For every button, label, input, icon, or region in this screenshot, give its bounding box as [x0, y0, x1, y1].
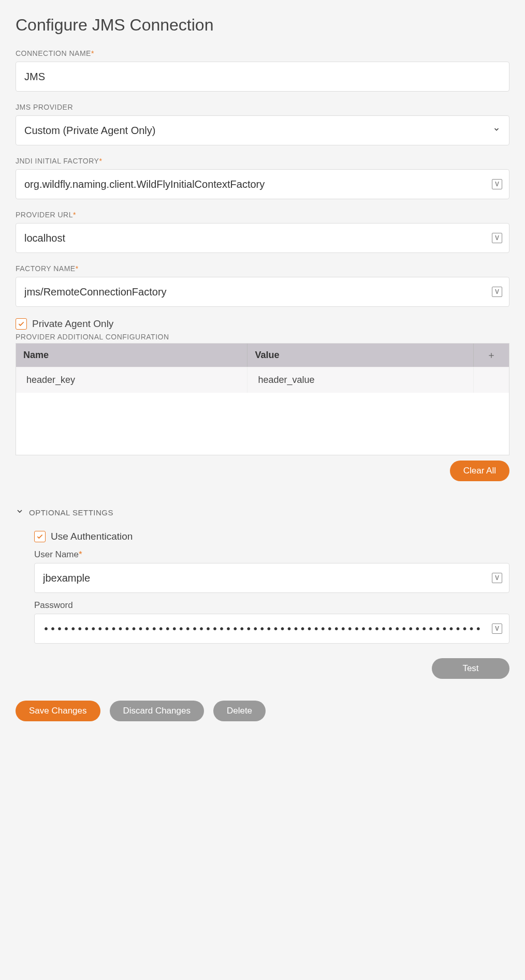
required-marker: * [79, 550, 82, 559]
optional-settings-toggle[interactable]: OPTIONAL SETTINGS [16, 507, 509, 517]
factory-name-input[interactable] [16, 277, 509, 307]
jms-provider-label: JMS PROVIDER [16, 103, 509, 111]
variable-icon[interactable]: V [492, 623, 502, 634]
jms-provider-select[interactable] [16, 115, 509, 145]
required-marker: * [73, 211, 76, 219]
private-agent-only-checkbox[interactable] [16, 318, 27, 330]
required-marker: * [99, 157, 102, 165]
variable-icon[interactable]: V [492, 233, 502, 243]
field-username: User Name* V [34, 550, 509, 593]
connection-name-label: CONNECTION NAME* [16, 49, 509, 57]
clear-all-button[interactable]: Clear All [450, 461, 509, 481]
additional-config-table: Name Value header_key header_value [16, 343, 509, 455]
jndi-initial-factory-label: JNDI INITIAL FACTORY* [16, 157, 509, 165]
provider-url-label: PROVIDER URL* [16, 211, 509, 219]
td-action [474, 367, 509, 393]
variable-icon[interactable]: V [492, 573, 502, 583]
variable-icon[interactable]: V [492, 179, 502, 189]
optional-settings-body: Use Authentication User Name* V Password… [16, 531, 509, 644]
table-row[interactable]: header_key header_value [16, 367, 509, 393]
field-password: Password V [34, 600, 509, 644]
field-provider-url: PROVIDER URL* V [16, 211, 509, 253]
bottom-actions: Save Changes Discard Changes Delete [16, 701, 509, 721]
private-agent-only-row: Private Agent Only [16, 318, 509, 330]
password-input[interactable] [34, 614, 509, 644]
delete-button[interactable]: Delete [213, 701, 266, 721]
use-auth-checkbox[interactable] [34, 531, 46, 542]
connection-name-input[interactable] [16, 62, 509, 92]
required-marker: * [76, 264, 79, 273]
username-input[interactable] [34, 563, 509, 593]
td-value: header_value [247, 367, 474, 393]
td-name: header_key [16, 367, 247, 393]
field-jms-provider: JMS PROVIDER [16, 103, 509, 145]
private-agent-only-label: Private Agent Only [32, 318, 113, 330]
table-header: Name Value [16, 344, 509, 367]
username-label: User Name* [34, 550, 509, 560]
field-connection-name: CONNECTION NAME* [16, 49, 509, 92]
provider-url-input[interactable] [16, 223, 509, 253]
th-name: Name [16, 344, 247, 367]
optional-settings-title: OPTIONAL SETTINGS [29, 508, 113, 517]
use-auth-label: Use Authentication [51, 531, 133, 542]
save-button[interactable]: Save Changes [16, 701, 100, 721]
table-empty-space [16, 393, 509, 455]
variable-icon[interactable]: V [492, 287, 502, 297]
chevron-down-icon [16, 507, 24, 517]
discard-button[interactable]: Discard Changes [110, 701, 204, 721]
required-marker: * [91, 49, 94, 57]
jndi-initial-factory-input[interactable] [16, 169, 509, 199]
field-jndi-initial-factory: JNDI INITIAL FACTORY* V [16, 157, 509, 199]
field-factory-name: FACTORY NAME* V [16, 264, 509, 307]
th-value: Value [247, 344, 474, 367]
use-auth-row: Use Authentication [34, 531, 509, 542]
additional-config-label: PROVIDER ADDITIONAL CONFIGURATION [16, 333, 509, 341]
factory-name-label: FACTORY NAME* [16, 264, 509, 273]
password-label: Password [34, 600, 509, 611]
page-title: Configure JMS Connection [16, 16, 509, 35]
test-button[interactable]: Test [432, 658, 509, 679]
add-row-button[interactable] [474, 344, 509, 367]
